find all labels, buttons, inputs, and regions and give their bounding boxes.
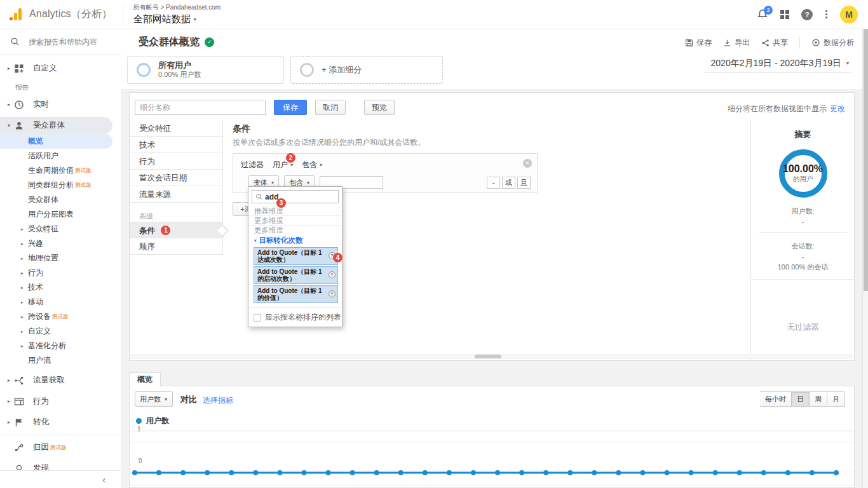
sidebar-subitem[interactable]: ▸ 概览	[0, 134, 112, 149]
sidebar-item-acquisition[interactable]: ▸ 流量获取	[0, 372, 121, 389]
dropdown-search[interactable]: 3	[252, 190, 339, 203]
granularity-button[interactable]: 每小时	[760, 391, 792, 407]
builder-nav-item[interactable]: 首次会话日期	[130, 170, 222, 186]
sidebar-subitem[interactable]: ▸ 生命周期价值 测试版	[0, 163, 112, 178]
segment-summary: 摘要 100.00% 的用户 用户数: - 会话数: - 100.00% 的会话…	[750, 120, 855, 361]
builder-nav-item[interactable]: 行为	[130, 153, 222, 170]
chevron-right-icon: ▸	[21, 251, 28, 266]
avatar[interactable]: M	[840, 6, 858, 24]
metric-select[interactable]: 用户数 ▾	[135, 391, 173, 407]
builder-nav-item[interactable]: 流量来源	[130, 186, 222, 203]
sidebar-subitem[interactable]: ▸ 技术	[0, 280, 112, 295]
sidebar-search[interactable]	[0, 29, 121, 55]
help-icon[interactable]: ?	[801, 9, 813, 20]
select-metric-link[interactable]: 选择指标	[203, 395, 233, 406]
sidebar-subitem[interactable]: ▸ 移动	[0, 295, 112, 309]
sidebar-subitem[interactable]: ▸ 兴趣	[0, 236, 112, 251]
sidebar-subitem[interactable]: ▸ 自定义	[0, 324, 112, 339]
scrollbar-thumb[interactable]	[864, 29, 868, 291]
save-button[interactable]: 保存	[685, 37, 712, 48]
apps-grid-button[interactable]	[780, 10, 790, 20]
sidebar-subitem[interactable]: ▸ 行为	[0, 266, 112, 280]
notification-badge: 2	[764, 6, 773, 15]
remove-condition-button[interactable]: -	[487, 177, 500, 189]
help-icon[interactable]: ?	[329, 290, 336, 297]
compare-label: 对比	[180, 394, 197, 405]
change-link[interactable]: 更改	[830, 104, 845, 113]
sidebar-item-realtime[interactable]: ▸ 实时	[0, 96, 121, 113]
granularity-button[interactable]: 日	[792, 391, 810, 407]
builder-save-button[interactable]: 保存	[274, 100, 307, 115]
sidebar-item-attribution[interactable]: 归因 测试版	[0, 439, 121, 456]
dropdown-group-label[interactable]: 推荐维度	[248, 207, 342, 216]
step-badge-1: 1	[161, 226, 170, 235]
dropdown-option[interactable]: Add to Quote（目标 1 达成次数） ? 4	[254, 247, 338, 265]
data-point	[156, 470, 161, 475]
dropdown-option[interactable]: Add to Quote（目标 1 的启动次数） ?	[254, 266, 338, 284]
add-segment-card[interactable]: + 添加细分	[290, 56, 443, 84]
filter-include-dropdown[interactable]: 包含 ▾	[302, 159, 322, 170]
builder-nav-conditions[interactable]: 条件 1	[130, 222, 222, 238]
scrollbar-thumb[interactable]	[475, 355, 501, 358]
sidebar-collapse-button[interactable]: ‹	[0, 470, 121, 488]
dropdown-option[interactable]: Add to Quote（目标 1 的价值） ?	[254, 285, 338, 303]
sidebar-item-conversions[interactable]: ▸ 转化	[0, 414, 121, 431]
search-input[interactable]	[29, 37, 111, 46]
sidebar-item-behavior[interactable]: ▸ 行为	[0, 393, 121, 410]
remove-filter-icon[interactable]: ×	[523, 159, 532, 168]
sidebar-subitem[interactable]: ▸ 活跃用户	[0, 149, 112, 163]
summary-percent: 100.00%	[783, 163, 823, 175]
sidebar-subitem[interactable]: ▸ 受众特征	[0, 222, 112, 236]
tab-overview[interactable]: 概览	[129, 372, 161, 386]
sidebar-subitem[interactable]: ▸ 用户分层图表	[0, 207, 112, 222]
granularity-button[interactable]: 周	[810, 391, 827, 407]
sidebar-item-customize[interactable]: ▸ 自定义	[0, 60, 121, 77]
dimension-search-input[interactable]	[265, 193, 322, 201]
sidebar-subitem[interactable]: ▸ 跨设备 测试版	[0, 309, 112, 324]
more-menu-icon[interactable]	[824, 9, 829, 20]
granularity-button[interactable]: 月	[827, 391, 845, 407]
data-point	[737, 470, 742, 475]
sidebar-subitem[interactable]: ▸ 用户流	[0, 353, 112, 368]
builder-preview-button[interactable]: 预览	[364, 100, 395, 115]
segment-name-input[interactable]	[135, 100, 266, 115]
dropdown-category[interactable]: ▾ 目标转化次数	[248, 235, 342, 246]
builder-nav-item[interactable]: 技术	[130, 137, 222, 153]
page-title: 受众群体概览	[139, 36, 200, 49]
filter-scope-dropdown[interactable]: 用户 ▾ 2	[273, 159, 293, 170]
segment-card-all-users[interactable]: 所有用户 0.00% 用户数	[127, 56, 284, 84]
dropdown-group-label[interactable]: 更多维度	[248, 216, 342, 226]
verified-check-icon[interactable]: ✓	[205, 37, 214, 47]
checkbox-icon[interactable]	[254, 314, 261, 322]
insights-button[interactable]: 数据分析	[811, 37, 854, 48]
builder-nav-sequences[interactable]: 顺序	[130, 238, 222, 255]
beta-badge: 测试版	[52, 309, 69, 324]
horizontal-scrollbar[interactable]	[130, 354, 853, 359]
data-point	[543, 470, 548, 475]
breadcrumb[interactable]: 所有帐号 > Pandaheadset.com	[133, 3, 221, 12]
app-logo[interactable]: Analytics（分析）	[9, 8, 112, 22]
sidebar-item-audience[interactable]: ▾ 受众群体	[0, 117, 112, 134]
chevron-right-icon: ▸	[21, 266, 28, 280]
step-badge-2: 2	[286, 153, 295, 163]
view-selector[interactable]: 全部网站数据 ▾	[133, 13, 221, 25]
vertical-scrollbar[interactable]	[862, 29, 868, 488]
date-range-selector[interactable]: 2020年2月19日 - 2020年3月19日 ▾	[705, 56, 851, 72]
share-button[interactable]: 共享	[761, 37, 788, 48]
dropdown-group-label[interactable]: 更多维度	[248, 226, 342, 235]
or-button[interactable]: 或	[502, 177, 515, 189]
builder-cancel-button[interactable]: 取消	[315, 100, 346, 115]
sidebar-subitem[interactable]: ▸ 基准化分析	[0, 339, 112, 353]
export-button[interactable]: 导出	[723, 37, 750, 48]
chevron-down-icon: ▾	[271, 180, 274, 186]
notifications-button[interactable]: 2	[757, 9, 768, 20]
sort-checkbox-row[interactable]: 显示按名称排序的列表	[248, 308, 342, 324]
trend-chart[interactable]	[130, 423, 854, 488]
sidebar-subitem[interactable]: ▸ 地理位置	[0, 251, 112, 266]
sidebar-subitem[interactable]: ▸ 同类群组分析 测试版	[0, 178, 112, 193]
and-button[interactable]: 且	[517, 177, 531, 189]
selected-arrow-icon	[218, 226, 229, 236]
sidebar-subitem[interactable]: ▸ 受众群体	[0, 193, 112, 207]
builder-nav-item[interactable]: 受众特征	[130, 120, 222, 137]
help-icon[interactable]: ?	[329, 271, 336, 278]
